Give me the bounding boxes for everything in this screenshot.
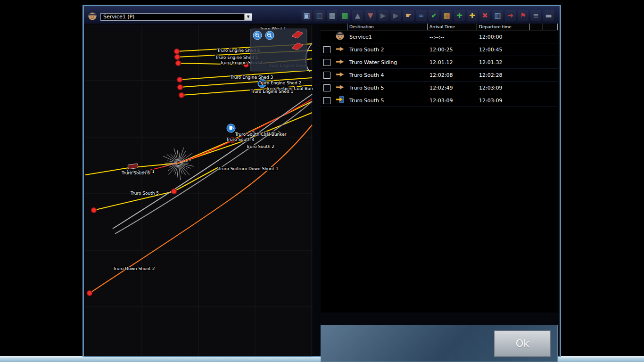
toolbar: ▣▥▦▦▲▼▶▶☛∞✔▦✚✚✖▥➔⚑≡▬ — [301, 10, 557, 21]
track-end-marker[interactable] — [179, 93, 184, 98]
service-selector[interactable]: Service1 (P) ▼ — [100, 13, 252, 21]
table-row[interactable]: Truro South 412:02:0812:02:28 — [321, 69, 558, 82]
map-label: Truro Engine Shed 3 — [230, 75, 273, 80]
hand-icon — [336, 58, 344, 67]
exit-arrow-icon[interactable]: ➔ — [505, 10, 516, 21]
grid-icon[interactable]: ▦ — [327, 10, 338, 21]
copy-icon[interactable]: ▥ — [492, 10, 503, 21]
map-label: Truro South 6 — [121, 171, 150, 175]
arrival-time-cell: 12:02:49 — [427, 85, 477, 91]
destination-cell: Truro Water Siding — [347, 59, 427, 66]
grid-green-icon[interactable]: ▦ — [339, 10, 350, 21]
map-label: Truro South Coal Bunker — [235, 132, 287, 137]
clipboard-icon[interactable]: ▥ — [314, 10, 325, 21]
departure-time-cell: 12:03:09 — [477, 85, 529, 91]
column-header — [321, 24, 333, 30]
palette-grid-icon[interactable]: ▦ — [441, 10, 452, 21]
confirm-panel: Ok — [321, 325, 558, 362]
binoculars-icon[interactable]: ∞ — [416, 10, 427, 21]
table-row[interactable]: Truro South 512:03:0912:03:09 — [321, 94, 558, 107]
destination-cell: Truro South 5 — [347, 98, 427, 104]
timetable-panel: DestinationArrival TimeDeparture time Se… — [321, 24, 558, 356]
top-bar: Service1 (P) ▼ ▣▥▦▦▲▼▶▶☛∞✔▦✚✚✖▥➔⚑≡▬ — [84, 6, 560, 24]
route-map[interactable]: Truro West 1Truro Engine Shed 6Truro Eng… — [85, 25, 313, 356]
table-row[interactable]: Truro South 512:02:4912:03:09 — [321, 82, 558, 94]
zoom-in-button[interactable] — [253, 31, 262, 40]
south-yellow-track — [94, 167, 218, 210]
step-into-icon[interactable]: ▶ — [390, 10, 401, 21]
row-checkbox[interactable] — [323, 97, 330, 104]
column-header: Departure time — [477, 24, 529, 30]
table-row[interactable]: Truro South 212:00:2512:00:45 — [321, 43, 558, 56]
arrival-time-cell: 12:03:09 — [427, 98, 477, 104]
departure-time-cell: 12:01:32 — [477, 59, 529, 66]
driver-icon — [335, 31, 345, 42]
row-checkbox[interactable] — [323, 46, 330, 53]
arrival-time-cell: 12:00:25 — [427, 47, 477, 53]
gray-track-1 — [113, 94, 312, 229]
jump-icon — [336, 96, 344, 105]
remove-service-icon[interactable]: ✖ — [479, 10, 490, 21]
timetable-editor-dialog: Service1 (P) ▼ ▣▥▦▦▲▼▶▶☛∞✔▦✚✚✖▥➔⚑≡▬ Trur… — [83, 5, 561, 357]
driver-icon — [88, 11, 98, 21]
arrival-time-cell: 12:01:12 — [427, 59, 477, 66]
screen: Service1 (P) ▼ ▣▥▦▦▲▼▶▶☛∞✔▦✚✚✖▥➔⚑≡▬ Trur… — [0, 0, 644, 362]
departure-time-cell: 12:00:00 — [477, 34, 529, 40]
route-map-canvas[interactable]: Truro West 1Truro Engine Shed 6Truro Eng… — [85, 25, 313, 356]
departure-time-cell: 12:02:28 — [477, 72, 529, 78]
map-label: Truro Engine Shed 2 — [258, 81, 301, 85]
row-checkbox[interactable] — [323, 72, 330, 79]
track-end-marker[interactable] — [176, 61, 181, 66]
arrival-time-cell: --:--:-- — [427, 34, 477, 40]
column-header: Destination — [347, 24, 427, 30]
chevron-down-icon[interactable]: ▼ — [244, 14, 252, 20]
save-icon[interactable]: ▣ — [301, 10, 312, 21]
ok-button[interactable]: Ok — [494, 330, 551, 357]
column-header — [529, 24, 543, 30]
list-icon[interactable]: ≡ — [530, 10, 541, 21]
departure-time-cell: 12:00:45 — [477, 47, 529, 53]
track-end-marker[interactable] — [87, 291, 92, 296]
table-body: Service1--:--:--12:00:00Truro South 212:… — [321, 31, 558, 107]
map-label: Truro South 4 — [226, 137, 255, 142]
fuel-point-icon[interactable] — [227, 124, 235, 132]
step-forward-icon[interactable]: ▶ — [378, 10, 388, 21]
table-row[interactable]: Service1--:--:--12:00:00 — [321, 31, 558, 43]
flag-icon[interactable]: ⚑ — [518, 10, 528, 21]
add-waypoint-icon[interactable]: ✚ — [467, 10, 478, 21]
map-label: Truro South 5 — [130, 191, 159, 196]
track-end-marker[interactable] — [91, 208, 97, 213]
gray-track-2 — [115, 101, 312, 234]
zoom-out-button[interactable] — [265, 31, 274, 40]
table-row[interactable]: Truro Water Siding12:01:1212:01:32 — [321, 56, 558, 69]
track-end-marker[interactable] — [172, 189, 177, 194]
column-header: Arrival Time — [427, 24, 477, 30]
row-checkbox[interactable] — [323, 59, 330, 66]
destination-cell: Service1 — [347, 34, 427, 40]
service-selector-value: Service1 (P) — [103, 14, 134, 20]
track-end-marker[interactable] — [175, 55, 180, 60]
track-end-marker[interactable] — [174, 49, 180, 54]
minimize-icon[interactable]: ▬ — [543, 10, 554, 21]
arrow-up-icon[interactable]: ▲ — [352, 10, 363, 21]
hand-icon — [336, 71, 344, 80]
arrival-time-cell: 12:02:08 — [427, 72, 477, 78]
red-track — [142, 99, 312, 172]
stops-table: DestinationArrival TimeDeparture time Se… — [321, 24, 558, 313]
hand-icon — [336, 83, 344, 92]
destination-cell: Truro South 5 — [347, 85, 427, 91]
drive-hand-icon[interactable]: ☛ — [403, 10, 414, 21]
track-end-marker[interactable] — [178, 85, 183, 90]
track-end-marker[interactable] — [177, 77, 182, 82]
map-label: Truro Down Shunt 1 — [236, 166, 279, 171]
row-checkbox[interactable] — [323, 84, 330, 91]
destination-cell: Truro South 4 — [347, 72, 427, 78]
map-label: Truro Down Shunt 2 — [113, 266, 155, 271]
arrow-down-icon[interactable]: ▼ — [365, 10, 376, 21]
report-check-icon[interactable]: ✔ — [429, 10, 439, 21]
departure-time-cell: 12:03:09 — [477, 98, 529, 104]
column-header — [333, 24, 347, 30]
map-label: Truro South 2 — [246, 144, 274, 149]
train-marker[interactable] — [128, 164, 138, 169]
add-service-icon[interactable]: ✚ — [454, 10, 465, 21]
